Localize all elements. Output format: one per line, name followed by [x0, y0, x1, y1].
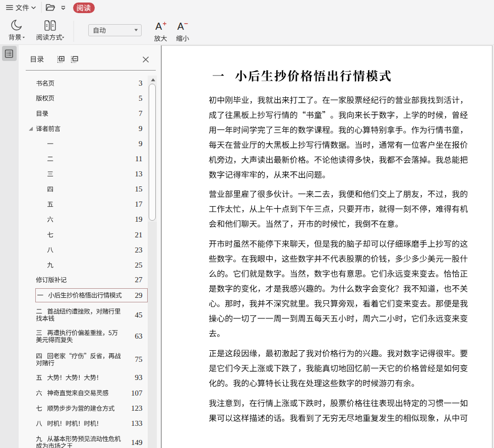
svg-text:9: 9 [139, 140, 143, 148]
svg-text:19: 19 [135, 215, 143, 223]
svg-text:133: 133 [131, 419, 143, 427]
svg-text:23: 23 [135, 246, 143, 254]
svg-text:3: 3 [139, 79, 143, 87]
svg-text:107: 107 [131, 389, 143, 397]
svg-text:29: 29 [135, 291, 143, 299]
svg-text:A: A [155, 21, 162, 32]
svg-text:63: 63 [135, 332, 143, 340]
svg-text:45: 45 [135, 311, 143, 319]
svg-text:9: 9 [139, 124, 143, 133]
svg-text:7: 7 [139, 109, 143, 117]
svg-text:75: 75 [135, 355, 143, 363]
svg-text:A: A [177, 21, 184, 32]
svg-text:149: 149 [131, 438, 143, 446]
svg-text:27: 27 [135, 276, 143, 284]
svg-text:15: 15 [135, 185, 143, 193]
svg-text:93: 93 [135, 373, 143, 381]
svg-text:13: 13 [135, 170, 143, 178]
svg-text:11: 11 [135, 155, 142, 163]
svg-text:17: 17 [135, 200, 143, 208]
svg-text:21: 21 [135, 231, 143, 239]
svg-text:5: 5 [139, 94, 143, 102]
svg-text:25: 25 [135, 261, 143, 269]
svg-text:123: 123 [131, 404, 143, 412]
